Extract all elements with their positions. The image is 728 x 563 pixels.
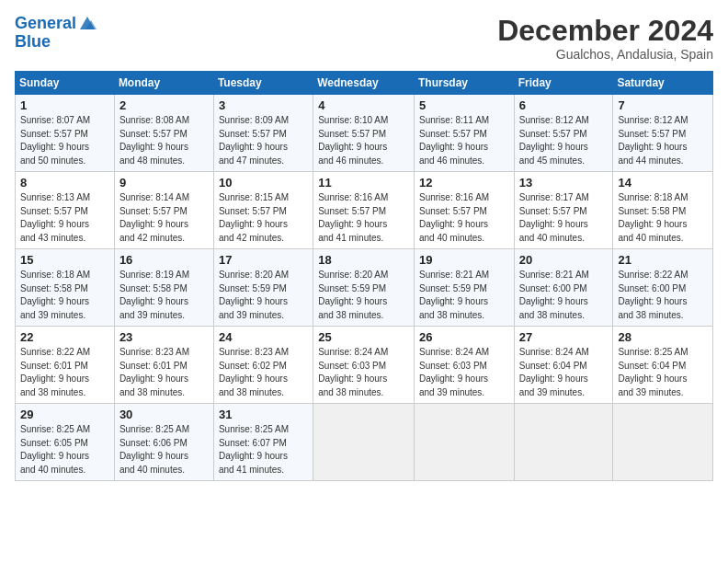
day-number: 18 [318,253,409,267]
day-number: 27 [519,330,609,344]
calendar-container: General Blue December 2024 Gualchos, And… [0,0,728,563]
day-info: Sunrise: 8:14 AMSunset: 5:57 PMDaylight:… [119,191,209,245]
day-number: 23 [119,330,209,344]
day-cell: 16Sunrise: 8:19 AMSunset: 5:58 PMDayligh… [114,249,213,327]
logo-general: General [15,14,76,32]
day-cell: 8Sunrise: 8:13 AMSunset: 5:57 PMDaylight… [16,172,115,249]
day-cell: 1Sunrise: 8:07 AMSunset: 5:57 PMDaylight… [16,95,115,172]
day-number: 8 [20,176,109,190]
calendar-table: SundayMondayTuesdayWednesdayThursdayFrid… [15,71,713,481]
day-cell: 9Sunrise: 8:14 AMSunset: 5:57 PMDaylight… [114,172,213,249]
day-cell: 28Sunrise: 8:25 AMSunset: 6:04 PMDayligh… [613,327,713,404]
day-info: Sunrise: 8:09 AMSunset: 5:57 PMDaylight:… [219,114,308,167]
day-info: Sunrise: 8:22 AMSunset: 6:01 PMDaylight:… [20,346,109,399]
day-number: 28 [618,330,708,344]
day-number: 30 [119,408,209,421]
day-cell [414,404,514,481]
day-number: 26 [419,330,509,344]
day-cell [313,404,415,481]
week-row-5: 29Sunrise: 8:25 AMSunset: 6:05 PMDayligh… [16,404,713,481]
day-info: Sunrise: 8:10 AMSunset: 5:57 PMDaylight:… [318,114,409,167]
logo-icon [78,13,97,31]
day-cell: 5Sunrise: 8:11 AMSunset: 5:57 PMDaylight… [414,95,514,172]
day-number: 4 [318,98,409,112]
day-number: 24 [219,330,308,344]
day-number: 22 [20,330,109,344]
day-number: 10 [219,176,308,190]
logo: General Blue [15,15,97,52]
day-info: Sunrise: 8:25 AMSunset: 6:05 PMDaylight:… [20,423,109,477]
day-number: 13 [519,176,609,190]
day-cell: 15Sunrise: 8:18 AMSunset: 5:58 PMDayligh… [16,249,115,327]
day-cell: 26Sunrise: 8:24 AMSunset: 6:03 PMDayligh… [414,327,514,404]
day-number: 9 [119,176,209,190]
day-number: 3 [219,98,308,112]
week-row-2: 8Sunrise: 8:13 AMSunset: 5:57 PMDaylight… [16,172,713,249]
day-info: Sunrise: 8:19 AMSunset: 5:58 PMDaylight:… [119,269,209,322]
day-cell: 17Sunrise: 8:20 AMSunset: 5:59 PMDayligh… [213,249,313,327]
day-cell: 22Sunrise: 8:22 AMSunset: 6:01 PMDayligh… [16,327,115,404]
day-info: Sunrise: 8:16 AMSunset: 5:57 PMDaylight:… [318,191,409,245]
day-info: Sunrise: 8:21 AMSunset: 5:59 PMDaylight:… [419,269,509,322]
day-info: Sunrise: 8:07 AMSunset: 5:57 PMDaylight:… [20,114,109,167]
day-number: 15 [20,253,109,267]
day-info: Sunrise: 8:18 AMSunset: 5:58 PMDaylight:… [618,191,708,245]
day-cell: 6Sunrise: 8:12 AMSunset: 5:57 PMDaylight… [514,95,613,172]
day-cell: 2Sunrise: 8:08 AMSunset: 5:57 PMDaylight… [114,95,213,172]
day-cell: 25Sunrise: 8:24 AMSunset: 6:03 PMDayligh… [313,327,415,404]
weekday-header-friday: Friday [514,72,613,95]
day-cell: 31Sunrise: 8:25 AMSunset: 6:07 PMDayligh… [213,404,313,481]
day-cell: 23Sunrise: 8:23 AMSunset: 6:01 PMDayligh… [114,327,213,404]
day-info: Sunrise: 8:24 AMSunset: 6:03 PMDaylight:… [318,346,409,399]
day-info: Sunrise: 8:25 AMSunset: 6:04 PMDaylight:… [618,346,708,399]
day-cell: 7Sunrise: 8:12 AMSunset: 5:57 PMDaylight… [613,95,713,172]
week-row-4: 22Sunrise: 8:22 AMSunset: 6:01 PMDayligh… [16,327,713,404]
header: General Blue December 2024 Gualchos, And… [15,15,713,62]
day-info: Sunrise: 8:24 AMSunset: 6:04 PMDaylight:… [519,346,609,399]
day-number: 12 [419,176,509,190]
day-info: Sunrise: 8:20 AMSunset: 5:59 PMDaylight:… [219,269,308,322]
day-number: 7 [618,98,708,112]
week-row-3: 15Sunrise: 8:18 AMSunset: 5:58 PMDayligh… [16,249,713,327]
day-cell [613,404,713,481]
day-number: 5 [419,98,509,112]
day-info: Sunrise: 8:15 AMSunset: 5:57 PMDaylight:… [219,191,308,245]
day-number: 6 [519,98,609,112]
day-info: Sunrise: 8:16 AMSunset: 5:57 PMDaylight:… [419,191,509,245]
day-cell: 24Sunrise: 8:23 AMSunset: 6:02 PMDayligh… [213,327,313,404]
day-cell: 20Sunrise: 8:21 AMSunset: 6:00 PMDayligh… [514,249,613,327]
weekday-header-wednesday: Wednesday [313,72,415,95]
day-info: Sunrise: 8:25 AMSunset: 6:06 PMDaylight:… [119,423,209,477]
day-info: Sunrise: 8:25 AMSunset: 6:07 PMDaylight:… [219,423,308,477]
weekday-header-row: SundayMondayTuesdayWednesdayThursdayFrid… [16,72,713,95]
day-cell: 10Sunrise: 8:15 AMSunset: 5:57 PMDayligh… [213,172,313,249]
day-info: Sunrise: 8:22 AMSunset: 6:00 PMDaylight:… [618,269,708,322]
day-cell: 14Sunrise: 8:18 AMSunset: 5:58 PMDayligh… [613,172,713,249]
day-info: Sunrise: 8:13 AMSunset: 5:57 PMDaylight:… [20,191,109,245]
weekday-header-sunday: Sunday [16,72,115,95]
day-cell: 29Sunrise: 8:25 AMSunset: 6:05 PMDayligh… [16,404,115,481]
weekday-header-saturday: Saturday [613,72,713,95]
day-cell: 4Sunrise: 8:10 AMSunset: 5:57 PMDaylight… [313,95,415,172]
day-cell: 12Sunrise: 8:16 AMSunset: 5:57 PMDayligh… [414,172,514,249]
day-number: 31 [219,408,308,421]
day-info: Sunrise: 8:11 AMSunset: 5:57 PMDaylight:… [419,114,509,167]
day-number: 17 [219,253,308,267]
day-number: 20 [519,253,609,267]
day-cell: 21Sunrise: 8:22 AMSunset: 6:00 PMDayligh… [613,249,713,327]
day-info: Sunrise: 8:18 AMSunset: 5:58 PMDaylight:… [20,269,109,322]
day-info: Sunrise: 8:24 AMSunset: 6:03 PMDaylight:… [419,346,509,399]
day-info: Sunrise: 8:17 AMSunset: 5:57 PMDaylight:… [519,191,609,245]
day-number: 16 [119,253,209,267]
weekday-header-monday: Monday [114,72,213,95]
day-number: 14 [618,176,708,190]
weekday-header-thursday: Thursday [414,72,514,95]
day-cell: 27Sunrise: 8:24 AMSunset: 6:04 PMDayligh… [514,327,613,404]
logo-blue: Blue [15,33,97,52]
day-info: Sunrise: 8:12 AMSunset: 5:57 PMDaylight:… [618,114,708,167]
day-info: Sunrise: 8:20 AMSunset: 5:59 PMDaylight:… [318,269,409,322]
day-info: Sunrise: 8:21 AMSunset: 6:00 PMDaylight:… [519,269,609,322]
day-cell [514,404,613,481]
day-info: Sunrise: 8:12 AMSunset: 5:57 PMDaylight:… [519,114,609,167]
day-number: 2 [119,98,209,112]
